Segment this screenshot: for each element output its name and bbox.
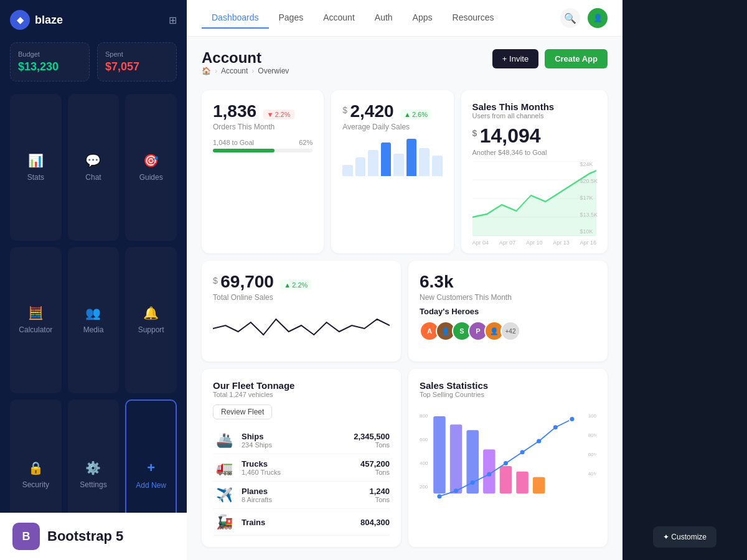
tab-account[interactable]: Account <box>313 7 365 29</box>
sales-stats-chart: 100% 80% 60% 40% 800 600 400 200 <box>420 404 596 516</box>
svg-text:600: 600 <box>420 437 428 442</box>
svg-text:80%: 80% <box>588 432 596 438</box>
online-sales-change: 2.2% <box>292 281 308 289</box>
daily-sales-value: 2,420 <box>350 101 394 121</box>
bar-1 <box>342 165 353 176</box>
user-avatar[interactable]: 👤 <box>588 8 608 28</box>
sidebar-item-guides-label: Guides <box>139 173 163 182</box>
ships-icon: 🚢 <box>213 432 235 449</box>
tab-resources[interactable]: Resources <box>443 7 504 29</box>
orders-card: 1,836 ▼ 2.2% Orders This Month 1,048 to … <box>202 90 324 253</box>
online-sales-card: $ 69,700 ▲ 2.2% Total Online Sales <box>202 261 401 362</box>
svg-rect-15 <box>450 424 463 493</box>
content-area: Account 🏠 › Account › Overwiev + Invite … <box>187 37 622 560</box>
customize-button[interactable]: ✦ Customize <box>653 526 716 548</box>
sales-month-title: Sales This Months <box>472 101 597 112</box>
create-app-button[interactable]: Create App <box>545 49 608 68</box>
logo-area: ◆ blaze <box>10 10 63 30</box>
add-new-icon: + <box>147 460 155 476</box>
sidebar-item-calculator[interactable]: 🧮 Calculator <box>10 247 62 394</box>
sales-x-axis: Apr 04 Apr 07 Apr 10 Apr 13 Apr 16 <box>472 240 597 246</box>
orders-value: 1,836 <box>213 101 256 121</box>
bottom-grid: Our Fleet Tonnage Total 1,247 vehicles R… <box>202 369 608 547</box>
tab-apps[interactable]: Apps <box>403 7 443 29</box>
sales-stats-card: Sales Statistics Top Selling Countries 1… <box>408 369 608 547</box>
svg-text:400: 400 <box>420 460 428 466</box>
svg-point-22 <box>454 488 458 493</box>
sidebar-item-settings-label: Settings <box>80 480 106 489</box>
bar-2 <box>355 157 366 176</box>
chat-icon: 💬 <box>85 153 101 168</box>
fleet-title: Our Fleet Tonnage <box>213 380 390 391</box>
wavy-chart <box>213 307 390 350</box>
sales-month-card: Sales This Months Users from all channel… <box>461 90 608 253</box>
sales-month-goal: Another $48,346 to Goal <box>472 149 597 156</box>
bar-4 <box>381 142 392 176</box>
sales-month-value: 14,094 <box>480 124 541 147</box>
guides-icon: 🎯 <box>143 153 159 168</box>
sidebar-item-chat[interactable]: 💬 Chat <box>68 94 120 241</box>
sidebar-header-icon[interactable]: ⊞ <box>169 14 177 26</box>
review-fleet-button[interactable]: Review Fleet <box>213 404 272 419</box>
orders-progress: 1,048 to Goal 62% <box>213 139 312 152</box>
online-sales-badge: ▲ 2.2% <box>280 280 311 290</box>
svg-point-29 <box>570 416 575 422</box>
svg-text:200: 200 <box>420 484 428 490</box>
fleet-sub: Total 1,247 vehicles <box>213 391 390 398</box>
planes-icon: ✈️ <box>213 487 235 503</box>
svg-rect-14 <box>433 416 446 493</box>
media-icon: 👥 <box>85 306 101 320</box>
invite-button[interactable]: + Invite <box>492 49 538 68</box>
fleet-items: 🚢 Ships 234 Ships 2,345,500 Tons 🚛 <box>213 427 390 536</box>
sidebar: ◆ blaze ⊞ Budget $13,230 Spent $7,057 📊 … <box>0 0 187 560</box>
main-content: Dashboards Pages Account Auth Apps Resou… <box>187 0 622 560</box>
budget-value: $13,230 <box>18 60 82 73</box>
search-button[interactable]: 🔍 <box>560 8 580 28</box>
sidebar-item-security-label: Security <box>22 480 49 489</box>
sidebar-item-media[interactable]: 👥 Media <box>68 247 120 394</box>
trucks-icon: 🚛 <box>213 460 235 476</box>
sidebar-item-support[interactable]: 🔔 Support <box>125 247 177 394</box>
progress-fill <box>213 149 275 152</box>
sidebar-item-stats[interactable]: 📊 Stats <box>10 94 62 241</box>
top-nav-right: 🔍 👤 <box>560 8 608 28</box>
budget-label: Budget <box>18 50 82 58</box>
right-panel-bg <box>622 0 747 560</box>
nav-tabs-list: Dashboards Pages Account Auth Apps Resou… <box>202 7 504 29</box>
svg-rect-18 <box>500 466 512 493</box>
heroes-avatars: A 👤 S P 👤 +42 <box>420 321 596 341</box>
sidebar-item-media-label: Media <box>83 325 104 334</box>
new-customers-card: 6.3k New Customers This Month Today's He… <box>408 261 608 362</box>
svg-rect-19 <box>516 472 529 494</box>
svg-text:800: 800 <box>420 413 428 419</box>
sidebar-item-guides[interactable]: 🎯 Guides <box>125 94 177 241</box>
new-customers-value: 6.3k <box>420 272 454 291</box>
tab-pages[interactable]: Pages <box>269 7 314 29</box>
online-sales-value: 69,700 <box>220 272 274 291</box>
online-sales-label: Total Online Sales <box>213 293 390 302</box>
security-icon: 🔒 <box>28 460 44 475</box>
sales-line-chart <box>472 161 597 236</box>
sales-month-chart: Apr 04 Apr 07 Apr 10 Apr 13 Apr 16 $24K … <box>472 161 597 242</box>
breadcrumb-page: Overwiev <box>258 67 289 75</box>
fleet-card: Our Fleet Tonnage Total 1,247 vehicles R… <box>202 369 401 547</box>
tab-auth[interactable]: Auth <box>365 7 403 29</box>
new-customers-label: New Customers This Month <box>420 293 596 302</box>
bootstrap-badge: B Bootstrap 5 <box>0 513 187 560</box>
nav-grid: 📊 Stats 💬 Chat 🎯 Guides 🧮 Calculator 👥 M… <box>10 94 177 550</box>
svg-point-26 <box>520 450 525 454</box>
daily-sales-badge: ▲ 2.6% <box>400 110 431 119</box>
svg-text:40%: 40% <box>588 471 596 477</box>
bar-6 <box>406 139 417 176</box>
bar-7 <box>419 148 430 176</box>
bootstrap-text: Bootstrap 5 <box>47 528 123 544</box>
daily-sales-change: 2.6% <box>412 111 428 118</box>
breadcrumb: 🏠 › Account › Overwiev <box>202 67 289 75</box>
tab-dashboards[interactable]: Dashboards <box>202 7 269 29</box>
daily-sales-currency: $ <box>342 105 347 115</box>
sidebar-item-add-new-label: Add New <box>136 481 166 490</box>
sidebar-item-support-label: Support <box>138 325 164 334</box>
bar-8 <box>432 156 443 176</box>
spent-value: $7,057 <box>105 60 169 73</box>
svg-point-21 <box>437 494 441 498</box>
